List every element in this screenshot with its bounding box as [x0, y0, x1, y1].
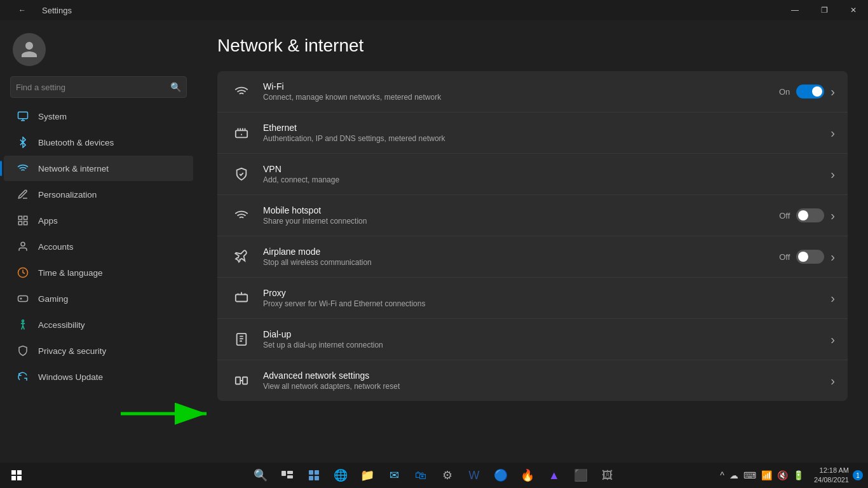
svg-rect-18 [11, 476, 16, 480]
task-view-button[interactable] [276, 464, 299, 487]
sidebar-item-apps[interactable]: Apps [4, 208, 193, 233]
battery-icon[interactable]: 🔋 [792, 470, 805, 480]
taskbar-left [5, 464, 28, 487]
settings-item-proxy[interactable]: ProxyProxy server for Wi-Fi and Ethernet… [217, 278, 848, 319]
app2-button[interactable]: ⬛ [569, 464, 592, 487]
sidebar-item-accounts[interactable]: Accounts [4, 234, 193, 259]
svg-point-5 [21, 242, 25, 246]
file-explorer-button[interactable]: 📁 [356, 464, 379, 487]
keyboard-icon[interactable]: ⌨ [742, 470, 757, 480]
hotspot-title: Mobile hotspot [263, 205, 779, 215]
sidebar-item-time[interactable]: Time & language [4, 260, 193, 285]
vpn-right: › [831, 167, 835, 182]
taskbar-right: ^ ☁ ⌨ 📶 🔇 🔋 12:18 AM 24/08/2021 1 [719, 466, 863, 485]
wifi-chevron: › [831, 85, 835, 99]
avatar-area[interactable] [0, 25, 197, 71]
search-input[interactable] [16, 83, 170, 92]
advanced-right: › [831, 374, 835, 388]
svg-point-8 [22, 320, 24, 322]
chrome-button[interactable]: 🔵 [489, 464, 512, 487]
widgets-button[interactable] [302, 464, 325, 487]
word-button[interactable]: W [463, 464, 485, 487]
wifi-icon [230, 80, 253, 103]
airplane-toggle[interactable] [796, 250, 824, 264]
svg-rect-26 [315, 476, 319, 480]
maximize-button[interactable]: ❐ [810, 0, 839, 20]
sidebar-item-gaming[interactable]: Gaming [4, 286, 193, 311]
airplane-desc: Stop all wireless communication [263, 258, 779, 267]
svg-rect-13 [243, 377, 247, 384]
dialup-text: Dial-upSet up a dial-up internet connect… [263, 329, 831, 349]
sidebar-item-label-gaming: Gaming [38, 294, 68, 304]
clock[interactable]: 12:18 AM 24/08/2021 [814, 466, 849, 485]
sidebar-item-label-network: Network & internet [38, 164, 109, 173]
apps-nav-icon [17, 214, 29, 227]
vpn-icon [230, 163, 253, 186]
wifi-toggle[interactable] [796, 85, 824, 98]
sidebar-item-network[interactable]: Network & internet [4, 156, 193, 181]
accounts-nav-icon [17, 240, 29, 253]
settings-item-vpn[interactable]: VPNAdd, connect, manage› [217, 154, 848, 195]
svg-rect-20 [281, 471, 286, 476]
back-button[interactable]: ← [8, 0, 37, 20]
search-box[interactable]: 🔍 [10, 76, 187, 98]
wifi-icon[interactable]: 📶 [760, 470, 773, 480]
settings-item-wifi[interactable]: Wi-FiConnect, manage known networks, met… [217, 71, 848, 112]
airplane-right: Off› [779, 250, 835, 264]
notification-badge[interactable]: 1 [853, 470, 863, 480]
proxy-right: › [831, 291, 835, 306]
advanced-title: Advanced network settings [263, 370, 831, 381]
settings-item-advanced[interactable]: Advanced network settingsView all networ… [217, 360, 848, 401]
avatar[interactable] [13, 33, 46, 66]
svg-rect-9 [236, 130, 247, 137]
arrow-annotation [114, 398, 216, 432]
svg-rect-4 [24, 222, 27, 225]
sidebar: 🔍 SystemBluetooth & devicesNetwork & int… [0, 20, 197, 463]
search-taskbar-button[interactable]: 🔍 [249, 464, 272, 487]
chevron-up-icon[interactable]: ^ [719, 470, 726, 480]
app1-button[interactable]: ▲ [543, 464, 566, 487]
sidebar-item-accessibility[interactable]: Accessibility [4, 312, 193, 337]
svg-rect-21 [287, 471, 293, 474]
cloud-icon[interactable]: ☁ [728, 470, 740, 480]
settings-item-airplane[interactable]: Airplane modeStop all wireless communica… [217, 236, 848, 278]
burn-button[interactable]: 🔥 [516, 464, 539, 487]
ethernet-title: Ethernet [263, 123, 831, 133]
airplane-chevron: › [831, 250, 835, 264]
svg-rect-2 [24, 216, 27, 219]
dialup-title: Dial-up [263, 329, 831, 339]
hotspot-toggle[interactable] [796, 208, 824, 222]
sidebar-item-update[interactable]: Windows Update [4, 364, 193, 390]
volume-icon[interactable]: 🔇 [776, 470, 789, 480]
svg-rect-1 [18, 216, 22, 219]
svg-rect-23 [309, 470, 313, 475]
proxy-desc: Proxy server for Wi-Fi and Ethernet conn… [263, 299, 831, 308]
settings-window: 🔍 SystemBluetooth & devicesNetwork & int… [0, 20, 868, 463]
svg-rect-17 [17, 470, 22, 475]
svg-rect-0 [18, 112, 28, 119]
sidebar-item-system[interactable]: System [4, 104, 193, 129]
edge-button[interactable]: 🌐 [329, 464, 352, 487]
settings-item-dialup[interactable]: Dial-upSet up a dial-up internet connect… [217, 319, 848, 360]
minimize-button[interactable]: — [780, 0, 810, 20]
proxy-icon [230, 287, 253, 309]
sidebar-item-bluetooth[interactable]: Bluetooth & devices [4, 130, 193, 155]
photos-button[interactable]: 🖼 [596, 464, 619, 487]
sidebar-item-privacy[interactable]: Privacy & security [4, 338, 193, 363]
page-title: Network & internet [217, 36, 848, 56]
store-button[interactable]: 🛍 [409, 464, 432, 487]
advanced-desc: View all network adapters, network reset [263, 382, 831, 391]
settings-taskbar-button[interactable]: ⚙ [436, 464, 459, 487]
ethernet-chevron: › [831, 126, 835, 140]
close-button[interactable]: ✕ [839, 0, 868, 20]
sidebar-item-label-system: System [38, 112, 67, 121]
accessibility-nav-icon [17, 318, 29, 331]
mail-button[interactable]: ✉ [383, 464, 405, 487]
settings-item-hotspot[interactable]: Mobile hotspotShare your internet connec… [217, 195, 848, 236]
sidebar-item-personalization[interactable]: Personalization [4, 182, 193, 207]
dialup-icon [230, 328, 253, 351]
start-button[interactable] [5, 464, 28, 487]
svg-rect-16 [11, 470, 16, 475]
settings-item-ethernet[interactable]: EthernetAuthentication, IP and DNS setti… [217, 112, 848, 154]
time-nav-icon [17, 266, 29, 279]
